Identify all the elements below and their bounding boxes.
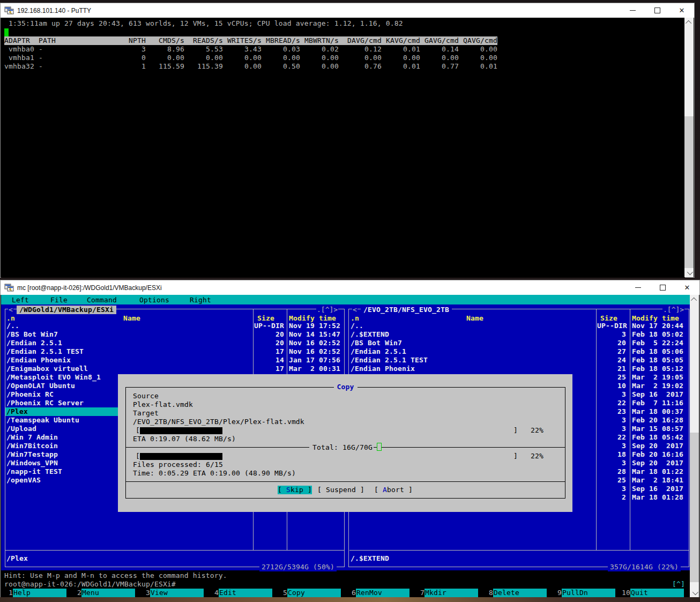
file-row[interactable]: /Endian 2.5.1 TEST 17 Nov 16 02:52	[5, 347, 344, 356]
esxtop-table-header: ADAPTR PATH NPTH CMDS/s READS/s WRITES/s…	[4, 36, 497, 45]
file-row[interactable]: /Endian Phoenix 21 Feb 18 05:12	[349, 365, 689, 373]
history-badge[interactable]: [^]	[672, 580, 685, 589]
scroll-down-button[interactable]	[690, 588, 699, 597]
file-size: 3	[597, 442, 626, 450]
function-key-label: Copy	[287, 589, 341, 597]
chevron-down-icon	[687, 269, 692, 274]
menu-item[interactable]: Options	[139, 296, 169, 304]
function-key[interactable]: 10 Quit	[622, 589, 690, 597]
file-row[interactable]: /Endian 2.5.1 27 Feb 18 05:06	[349, 347, 689, 356]
close-icon: ✕	[684, 284, 690, 291]
col-path: PATH	[34, 36, 103, 45]
function-key-number: 4	[210, 589, 219, 597]
function-key[interactable]: 4 Edit	[210, 589, 279, 597]
esxtop-row: vmhba1 - 0 0.00 0.00 0.00 0.00 0.00 0.00…	[4, 54, 497, 62]
file-mtime: Feb 7 11:16	[632, 399, 683, 407]
right-panel-path[interactable]: /EVO_2TB/NFS_EVO_2TB	[361, 306, 452, 314]
menu-item[interactable]: Left	[12, 296, 29, 304]
file-mtime: Nov 17 20:44	[632, 322, 683, 330]
file-name: /Endian 2.5.1 TEST	[351, 356, 428, 365]
scrollbar-thumb[interactable]	[690, 433, 699, 582]
col-mbread: MBREAD/s	[262, 36, 300, 45]
esxtop-terminal: 1:35:11am up 27 days 20:43, 613 worlds, …	[1, 18, 685, 278]
left-panel-path[interactable]: /WDGold1/VMBackup/ESXi	[17, 306, 116, 314]
desktop: { "colors": { "panel_blue": "#0000b2", "…	[0, 0, 700, 602]
function-key-label: View	[150, 589, 204, 597]
dialog-button[interactable]: [ Skip ]	[278, 486, 312, 494]
file-progress-fill	[140, 427, 222, 434]
menu-item[interactable]: Right	[190, 296, 211, 304]
left-panel-corner[interactable]: .[^]>	[316, 306, 338, 314]
file-row[interactable]: /.$EXTEND 3 Feb 18 05:02	[349, 330, 689, 339]
maximize-icon	[660, 285, 666, 291]
function-key-label: Delete	[493, 589, 547, 597]
menu-item[interactable]: File	[50, 296, 68, 304]
putty-esxtop-titlebar[interactable]: 192.168.101.140 - PuTTY ✕	[1, 3, 694, 18]
file-mtime: Feb 20 16:28	[632, 416, 683, 425]
file-row[interactable]: /BS Bot Win7 20 Feb 5 22:24	[349, 339, 689, 347]
file-row[interactable]: /.. UP--DIR Nov 19 17:52	[5, 322, 344, 330]
close-button[interactable]: ✕	[669, 3, 694, 18]
maximize-button[interactable]	[645, 3, 669, 18]
file-row[interactable]: /Endian 2.5.1 20 Nov 16 02:52	[5, 339, 344, 347]
minimize-button[interactable]	[620, 3, 645, 18]
menu-item[interactable]: Command	[87, 296, 117, 304]
close-button[interactable]: ✕	[675, 280, 699, 295]
function-key[interactable]: 7 Mkdir	[416, 589, 485, 597]
file-size: 3	[597, 425, 626, 433]
file-size: 18	[597, 450, 626, 459]
file-mtime: Nov 19 17:52	[289, 322, 340, 330]
file-size: 17	[254, 365, 284, 373]
file-row[interactable]: /.. UP--DIR Nov 17 20:44	[349, 322, 689, 330]
left-panel-arrow[interactable]: <	[8, 306, 13, 314]
right-panel-arrow[interactable]: <	[352, 306, 358, 314]
file-row[interactable]: /BS Bot Win7 20 Nov 14 15:47	[5, 330, 344, 339]
file-name: /Endian Phoenix	[6, 356, 71, 365]
function-key[interactable]: 5 Copy	[279, 589, 347, 597]
file-row[interactable]: /Endian 2.5.1 TEST 24 Feb 18 05:05	[349, 356, 689, 365]
scroll-up-button[interactable]	[684, 18, 694, 27]
target-path: /EVO_2TB/NFS_EVO_2TB/Plex/Plex-flat.vmdk	[133, 418, 304, 426]
chevron-down-icon	[692, 589, 698, 594]
file-size: 27	[597, 347, 626, 356]
dialog-button[interactable]: [ Suspend ]	[317, 486, 364, 494]
function-key[interactable]: 2 Menu	[73, 589, 142, 597]
function-key[interactable]: 1 Help	[4, 589, 73, 597]
function-key-label: Help	[13, 589, 66, 597]
putty-mc-titlebar[interactable]: mc [root@napp-it-026]:/WDGold1/VMBackup/…	[1, 280, 699, 295]
right-panel-corner[interactable]: .[^]>	[662, 306, 684, 314]
file-mtime: Feb 18 05:42	[632, 433, 683, 442]
function-key[interactable]: 3 View	[142, 589, 210, 597]
file-mtime: Sep 20 2017	[632, 459, 683, 467]
shell-prompt[interactable]: root@napp-it-026:/WDGold1/VMBackup/ESXi#	[4, 580, 176, 589]
file-name: /Metasploit EVO Win8_1	[6, 373, 101, 382]
terminal-cursor	[4, 28, 9, 36]
maximize-button[interactable]	[650, 280, 675, 295]
scroll-up-button[interactable]	[690, 295, 699, 304]
function-key-number: 9	[553, 589, 562, 597]
file-mtime: Sep 20 2017	[632, 442, 683, 450]
minimize-icon	[635, 287, 641, 288]
minimize-button[interactable]	[625, 280, 650, 295]
scrollbar[interactable]	[690, 295, 699, 597]
function-key[interactable]: 6 RenMov	[347, 589, 416, 597]
file-mtime: Mar 18 01:28	[632, 493, 683, 502]
function-key[interactable]: 9 PullDn	[553, 589, 622, 597]
scrollbar[interactable]	[684, 18, 694, 277]
file-row[interactable]: /Endian Phoenix 14 Jan 17 07:56	[5, 356, 344, 365]
col-writes: WRITES/s	[223, 36, 262, 45]
dialog-button[interactable]: [ Abort ]	[374, 486, 413, 494]
function-key-label: RenMov	[356, 589, 409, 597]
scroll-down-button[interactable]	[684, 268, 694, 277]
file-mtime: Mar 2 00:31	[289, 365, 340, 373]
function-key[interactable]: 8 Delete	[485, 589, 553, 597]
maximize-icon	[654, 8, 660, 13]
col-reads: READS/s	[184, 36, 223, 45]
source-file: Plex-flat.vmdk	[133, 400, 193, 409]
left-panel-status-divider	[5, 550, 344, 551]
copy-dialog: Copy Source Plex-flat.vmdk Target /EVO_2…	[118, 374, 572, 512]
copy-dialog-title: Copy	[125, 383, 565, 391]
right-panel-status-divider	[349, 550, 689, 551]
scrollbar-thumb[interactable]	[684, 116, 694, 268]
file-row[interactable]: /Enigmabox virtuell 17 Mar 2 00:31	[5, 365, 344, 373]
